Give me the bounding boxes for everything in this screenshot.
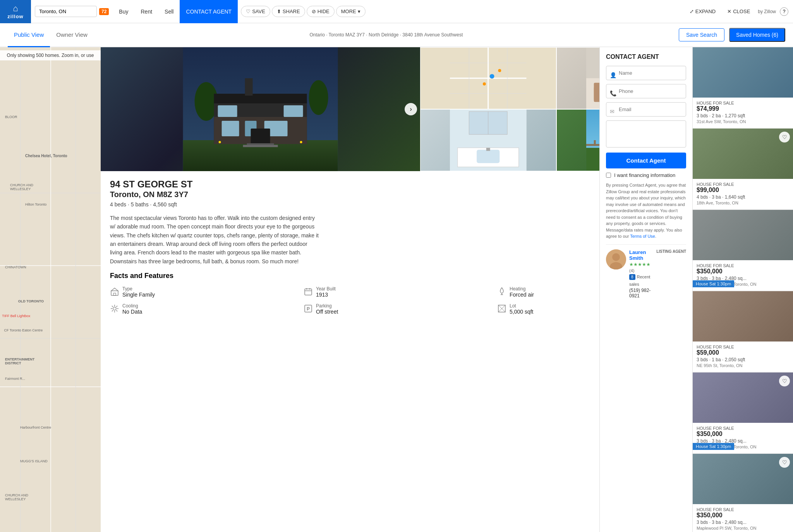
cooling-value: No Data <box>122 309 142 315</box>
second-nav: Public View Owner View Ontario · Toronto… <box>0 23 793 47</box>
main-photo[interactable]: › <box>101 47 420 171</box>
side-photo-map[interactable] <box>420 47 556 109</box>
listing-price-4: $59,000 <box>697 349 789 356</box>
svg-rect-15 <box>245 78 253 96</box>
listing-label-1: HOUSE FOR SALE <box>697 101 789 105</box>
top-nav: ⌂ zillow 72 Buy Rent Sell CONTACT AGENT … <box>0 0 793 23</box>
svg-rect-49 <box>594 140 596 146</box>
nav-sell[interactable]: Sell <box>158 0 180 23</box>
svg-rect-6 <box>222 121 239 136</box>
contact-panel-title: CONTACT AGENT <box>606 53 686 60</box>
terms-link[interactable]: Terms of Use <box>630 234 655 239</box>
help-btn[interactable]: ? <box>780 7 788 16</box>
nav-buy[interactable]: Buy <box>113 0 134 23</box>
listing-heart-2[interactable]: ♡ <box>779 132 790 142</box>
cooling-icon <box>110 304 119 313</box>
search-input[interactable] <box>35 6 97 17</box>
agent-badge: 8 <box>629 274 635 280</box>
zillow-logo-text: zillow <box>7 14 23 19</box>
listing-specs-4: 3 bds · 1 ba · 2,050 sqft <box>697 357 789 362</box>
tab-public-view[interactable]: Public View <box>8 23 50 47</box>
hide-btn[interactable]: ⊘ HIDE <box>307 6 335 17</box>
by-zillow-text: by Zillow <box>758 9 776 14</box>
svg-rect-11 <box>243 145 278 147</box>
fact-cooling: Cooling No Data <box>110 303 296 315</box>
name-input[interactable] <box>606 66 686 80</box>
svg-rect-42 <box>477 150 499 163</box>
listing-address-2: 18th Ave, Toronto, ON <box>697 201 789 205</box>
zillow-logo[interactable]: ⌂ zillow <box>0 0 31 23</box>
financing-label: I want financing information <box>614 172 675 178</box>
legal-text: By pressing Contact Agent, you agree tha… <box>606 182 686 240</box>
email-input[interactable] <box>606 102 686 117</box>
listing-price-2: $99,000 <box>697 187 789 194</box>
svg-point-77 <box>612 253 620 261</box>
listing-card-6[interactable]: ♡ HOUSE FOR SALE $350,000 3 bds · 3 ba ·… <box>693 454 793 532</box>
svg-point-16 <box>219 141 221 143</box>
listing-card-5[interactable]: House Sat 1:30pm ♡ HOUSE FOR SALE $350,0… <box>693 372 793 453</box>
listing-price-6: $350,000 <box>697 512 789 519</box>
financing-checkbox[interactable] <box>606 173 611 178</box>
hide-icon: ⊘ <box>312 9 316 14</box>
second-nav-right: Save Search Saved Homes (6) <box>679 28 785 42</box>
listing-info-2: HOUSE FOR SALE $99,000 4 bds · 3 ba · 1,… <box>693 179 793 209</box>
open-house-tag-3: House Sat 1:30pm <box>693 280 734 287</box>
svg-point-62 <box>113 307 116 310</box>
fact-parking: P Parking Off street <box>304 303 489 315</box>
listing-image-3: House Sat 1:30pm <box>693 210 793 260</box>
phone-field-wrap: 📞 <box>606 84 686 102</box>
svg-point-25 <box>490 74 494 79</box>
breadcrumb: Ontario · Toronto MAZ 3Y7 · North Delrid… <box>309 32 463 38</box>
map-view[interactable]: CHURCH ANDWELLESLEY BLOOR Chelsea Hotel,… <box>0 47 101 532</box>
city-address: Toronto, ON M8Z 3Y7 <box>110 190 192 199</box>
more-btn[interactable]: MORE ▾ <box>336 6 366 17</box>
listing-address-6: Maplewood Pl SW, Toronto, ON <box>697 526 789 530</box>
close-btn[interactable]: ✕ CLOSE <box>723 6 754 17</box>
facts-title: Facts and Features <box>110 272 683 280</box>
lot-icon <box>497 304 506 313</box>
expand-btn[interactable]: ⤢ EXPAND <box>686 6 720 17</box>
listing-price-5: $350,000 <box>697 431 789 438</box>
listing-address-4: NE 95th St, Toronto, ON <box>697 363 789 368</box>
side-photo-bathroom[interactable] <box>420 109 556 171</box>
listing-card-2[interactable]: ♡ HOUSE FOR SALE $99,000 4 bds · 3 ba · … <box>693 129 793 209</box>
contact-agent-button[interactable]: Contact Agent <box>606 153 686 168</box>
lot-value: 5,000 sqft <box>510 309 534 315</box>
chevron-down-icon: ▾ <box>358 9 360 14</box>
agent-name: Lauren Smith <box>629 249 653 261</box>
map-panel[interactable]: CHURCH ANDWELLESLEY BLOOR Chelsea Hotel,… <box>0 47 101 532</box>
share-btn[interactable]: ⬆ SHARE <box>272 6 305 17</box>
tab-owner-view[interactable]: Owner View <box>50 23 94 47</box>
listing-specs-2: 4 bds · 3 ba · 1,640 sqft <box>697 194 789 200</box>
search-wrap: 72 <box>35 6 109 17</box>
save-search-button[interactable]: Save Search <box>679 28 724 41</box>
save-btn[interactable]: ♡ SAVE <box>241 6 270 17</box>
photo-next-btn[interactable]: › <box>405 103 417 115</box>
close-icon: ✕ <box>727 9 731 14</box>
nav-rent[interactable]: Rent <box>134 0 158 23</box>
svg-rect-43 <box>486 148 490 151</box>
listing-heart-5[interactable]: ♡ <box>779 376 790 386</box>
message-input[interactable] <box>606 120 686 148</box>
listing-label-6: HOUSE FOR SALE <box>697 507 789 512</box>
parking-label: Parking <box>316 303 338 309</box>
main-photo-image <box>101 47 420 171</box>
nav-contact-agent[interactable]: CONTACT AGENT <box>180 0 238 23</box>
property-address: 94 ST GEORGE ST Toronto, ON M8Z 3Y7 4 be… <box>110 179 192 208</box>
agent-photo <box>606 249 626 269</box>
svg-rect-13 <box>284 105 303 117</box>
expand-icon: ⤢ <box>690 9 694 14</box>
year-built-label: Year Built <box>316 286 336 292</box>
phone-input[interactable] <box>606 84 686 98</box>
type-value: Single Family <box>122 292 155 298</box>
listing-card-1[interactable]: HOUSE FOR SALE $74,999 3 bds · 2 ba · 1,… <box>693 47 793 128</box>
svg-line-70 <box>116 306 117 307</box>
svg-line-68 <box>116 310 117 311</box>
listing-card-3[interactable]: House Sat 1:30pm HOUSE FOR SALE $350,000… <box>693 210 793 290</box>
listing-heart-6[interactable]: ♡ <box>779 457 790 468</box>
svg-rect-14 <box>214 94 307 103</box>
name-field-wrap: 👤 <box>606 66 686 84</box>
agent-phone: (519) 982-0921 <box>629 288 653 299</box>
listing-card-4[interactable]: HOUSE FOR SALE $59,000 3 bds · 1 ba · 2,… <box>693 291 793 372</box>
saved-homes-button[interactable]: Saved Homes (6) <box>729 28 785 42</box>
